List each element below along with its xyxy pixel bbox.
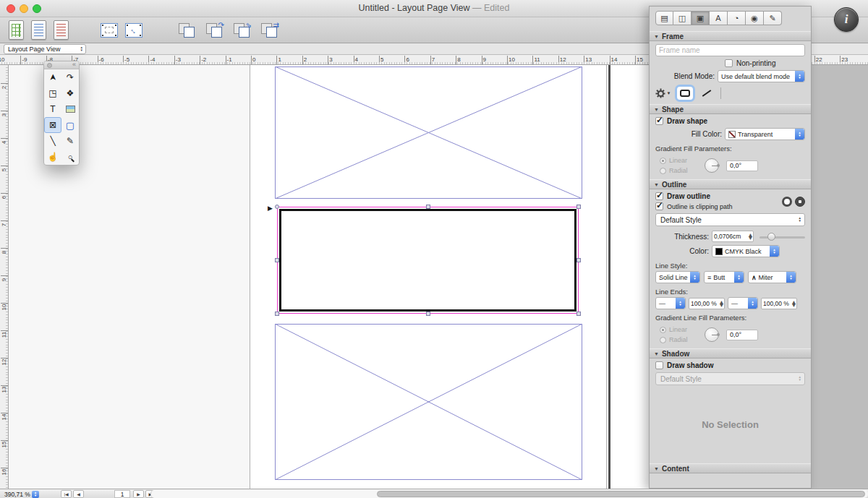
resize-handle[interactable] — [275, 258, 279, 262]
frame-tab[interactable]: ▤ — [655, 11, 673, 25]
line-gradient-angle-input[interactable]: 0,0° — [726, 330, 758, 340]
outline-target-button[interactable] — [795, 197, 805, 207]
hand-tool[interactable]: ☝ — [44, 149, 61, 165]
non-printing-checkbox[interactable] — [725, 59, 733, 67]
resize-handle[interactable] — [275, 312, 279, 316]
text-tab[interactable]: A — [710, 11, 728, 25]
page-number-field[interactable]: 1 — [114, 490, 130, 498]
clipping-path-checkbox[interactable] — [655, 202, 663, 210]
palette-collapse-icon[interactable]: « — [72, 61, 76, 68]
outline-section-header[interactable]: ▼ Outline — [650, 179, 811, 189]
line-start-select[interactable]: — — [655, 297, 686, 309]
ruler-mark: 16 — [0, 468, 9, 476]
linear-radio[interactable] — [660, 158, 666, 164]
frame-select-button[interactable] — [101, 23, 118, 38]
image-tab[interactable]: ◉ — [746, 11, 764, 25]
line-end-select[interactable]: — — [728, 297, 758, 309]
rounded-rect-mode-button[interactable] — [677, 87, 693, 100]
content-section-header[interactable]: ▼ Content — [650, 463, 811, 473]
radial-radio[interactable] — [660, 168, 666, 174]
line-tool[interactable]: ╲ — [44, 133, 61, 149]
popup-arrows-icon — [748, 298, 757, 309]
line-start-scale-input[interactable]: 100,00 % — [689, 298, 725, 309]
image-tool[interactable] — [61, 101, 79, 117]
ruler-mark: -1 — [226, 56, 232, 64]
bezier-tool[interactable]: ✎ — [61, 133, 79, 149]
gradient-angle-input[interactable]: 0,0° — [726, 160, 758, 171]
line-end-scale-input[interactable]: 100,00 % — [761, 298, 797, 309]
info-button[interactable]: i — [834, 7, 859, 32]
line-radial-radio[interactable] — [660, 337, 666, 343]
crop-tool[interactable]: ◳ — [44, 85, 61, 101]
frame-section-header[interactable]: ▼ Frame — [650, 31, 811, 41]
previous-page-button[interactable]: ◀ — [73, 490, 84, 498]
document-tab[interactable]: ✎ — [764, 11, 782, 25]
outline-style-combo[interactable]: Default Style — [655, 213, 805, 226]
draw-shadow-checkbox[interactable] — [655, 361, 663, 369]
line-gradient-angle-dial[interactable] — [705, 327, 719, 342]
frame-transform-button[interactable]: ↔ — [125, 23, 142, 38]
ruler-number: 5 — [0, 166, 9, 174]
view-mode-select[interactable]: Layout Page View — [4, 44, 86, 54]
first-page-button[interactable]: |◀ — [61, 490, 72, 498]
color-tab[interactable]: ◔ — [728, 11, 746, 25]
shape-settings-menu[interactable]: ▼ — [655, 87, 671, 100]
zoom-control[interactable]: 390,71 % — [4, 490, 39, 498]
zoom-stepper-icon[interactable] — [32, 491, 39, 498]
resize-handle[interactable] — [576, 258, 581, 262]
text-tool[interactable]: T — [44, 101, 61, 117]
line-linear-radio[interactable] — [660, 327, 666, 333]
slider-knob[interactable] — [767, 233, 775, 241]
fill-color-select[interactable]: Transparent — [725, 128, 805, 140]
duplicate-multiple-button[interactable]: ⇉ — [260, 22, 278, 38]
scrollbar-thumb[interactable] — [377, 491, 865, 497]
outline-color-select[interactable]: CMYK Black — [712, 245, 780, 257]
placeholder-frame-bottom[interactable] — [275, 324, 582, 480]
next-page-button[interactable]: ▶ — [133, 490, 144, 498]
duplicate-button[interactable] — [177, 22, 196, 38]
placeholder-frame-top[interactable] — [275, 66, 582, 199]
duplicate-offset-button[interactable]: ⇘ — [232, 22, 251, 38]
horizontal-scrollbar[interactable] — [150, 490, 868, 498]
graphic-frame-tool[interactable]: ⊠ — [44, 117, 61, 133]
shape-section-header[interactable]: ▼ Shape — [650, 104, 811, 114]
duplicate-rotate-button[interactable]: ↷ — [205, 22, 224, 38]
gradient-angle-dial[interactable] — [705, 158, 719, 173]
thickness-input[interactable]: 0,0706cm — [712, 231, 754, 242]
resize-handle[interactable] — [576, 205, 581, 209]
thickness-slider[interactable] — [760, 231, 805, 242]
no-selection-message: No Selection — [650, 385, 811, 463]
line-mode-button[interactable] — [699, 87, 715, 100]
popup-arrows-icon — [770, 246, 779, 257]
line-cap-select[interactable]: ≡ Butt — [704, 271, 744, 283]
resize-handle[interactable] — [576, 312, 581, 316]
blend-mode-select[interactable]: Use default blend mode — [718, 70, 805, 82]
resize-handle[interactable] — [426, 312, 430, 316]
grid-document-icon[interactable] — [9, 20, 24, 40]
resize-handle[interactable] — [426, 205, 430, 209]
ruler-mark: 4 — [354, 56, 358, 64]
draw-shape-checkbox[interactable] — [655, 117, 663, 125]
fill-color-label: Fill Color: — [655, 130, 725, 138]
palette-close-button[interactable] — [47, 63, 52, 68]
ruler-mark: 5 — [0, 166, 9, 174]
outline-ring-button[interactable] — [782, 197, 792, 207]
marked-document-icon[interactable] — [54, 20, 69, 40]
draw-outline-checkbox[interactable] — [655, 192, 663, 200]
geometry-tab[interactable]: ◫ — [673, 11, 692, 25]
shadow-section-header[interactable]: ▼ Shadow — [650, 348, 811, 359]
object-tab[interactable]: ▣ — [692, 11, 710, 25]
transform-tool[interactable]: ❖ — [61, 85, 79, 101]
zoom-tool[interactable]: ○ — [61, 149, 79, 165]
rect-shape-tool[interactable]: ▢ — [61, 117, 79, 133]
palette-titlebar[interactable]: « — [44, 61, 79, 69]
line-style-select[interactable]: Solid Line — [655, 271, 700, 283]
frame-name-input[interactable] — [655, 44, 805, 56]
rotate-tool[interactable]: ↷ — [61, 69, 79, 85]
resize-handle[interactable] — [275, 205, 279, 209]
select-tool[interactable]: ➤ — [44, 69, 61, 85]
selected-frame[interactable]: ▶ — [277, 207, 579, 314]
line-join-select[interactable]: ∧ Miter — [748, 271, 796, 283]
ruler-mark: 7 — [0, 220, 9, 229]
text-document-icon[interactable] — [31, 20, 46, 40]
